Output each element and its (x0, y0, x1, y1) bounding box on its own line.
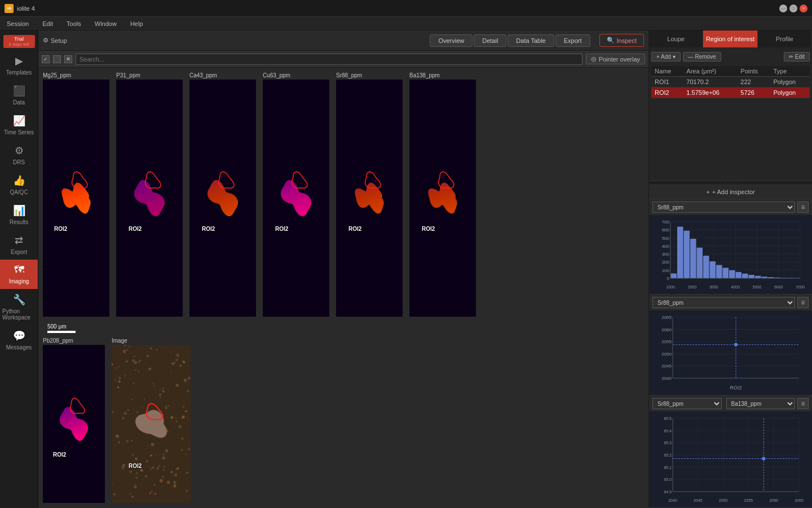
add-inspector-button[interactable]: + + Add inspector (649, 185, 812, 199)
heatmap-label-mg25: Mg25_ppm (43, 72, 71, 78)
search-input[interactable] (76, 54, 582, 65)
setup-icon: ⚙ (43, 37, 48, 44)
roi1-type: Polygon (770, 77, 810, 87)
inspector-scatter2: Sr88_ppm Ba138_ppm ≡ (649, 396, 812, 508)
inspector-scatter1-menu[interactable]: ≡ (797, 297, 809, 308)
trial-badge: Trial 9 days left (3, 35, 35, 48)
tab-datatable[interactable]: Data Table (508, 34, 554, 47)
sidebar-item-templates[interactable]: ▶ Templates (0, 50, 38, 80)
tab-overview[interactable]: Overview (430, 34, 473, 47)
setup-button[interactable]: ⚙ Setup (43, 37, 67, 44)
sidebar-item-data[interactable]: ⬛ Data (0, 80, 38, 110)
sidebar-label-results: Results (10, 219, 28, 225)
searchbar: ✓ ✕ ◎ Pointer overlay (38, 51, 648, 68)
heatmap-label-cu63: Cu63_ppm (263, 72, 290, 78)
heatmap-label-ca43: Ca43_ppm (189, 72, 217, 78)
heatmap-ba138[interactable]: Ba138_ppm ROI2 (409, 72, 476, 317)
image-grid[interactable]: Mg25_ppm ROI2 P31_ppm ROI2 Ca43_ (38, 68, 648, 508)
sidebar-item-qaqc[interactable]: 👍 QA/QC (0, 170, 38, 200)
heatmap-canvas-ba138 (409, 80, 476, 317)
sidebar: Trial 9 days left ▶ Templates ⬛ Data 📈 T… (0, 30, 38, 508)
tab-export[interactable]: Export (555, 34, 590, 47)
toolbar-tabs: Overview Detail Data Table Export (430, 34, 590, 47)
right-panel: Loupe Region of interest Profile + Add ▾… (648, 30, 812, 508)
menu-help[interactable]: Help (128, 19, 145, 28)
pointer-icon: ◎ (591, 55, 597, 63)
inspector-scatter2-channel-y[interactable]: Ba138_ppm (726, 398, 796, 409)
roi2-type: Polygon (770, 87, 810, 98)
table-row[interactable]: ROI1 70170.2 222 Polygon (651, 77, 810, 87)
heatmap-p31[interactable]: P31_ppm ROI2 (116, 72, 183, 317)
select-all-checkbox[interactable]: ✓ (42, 55, 50, 63)
inspector-divider[interactable] (649, 181, 812, 185)
heatmap-label-sr88: Sr88_ppm (336, 72, 362, 78)
timeseries-icon: 📈 (13, 115, 25, 127)
qaqc-icon: 👍 (13, 174, 25, 187)
inspector-histogram-channel[interactable]: Sr88_ppm (652, 202, 795, 213)
inspect-tabs: Loupe Region of interest Profile (649, 30, 812, 47)
edit-roi-button[interactable]: ✏ Edit (784, 52, 810, 62)
tab-detail[interactable]: Detail (474, 34, 506, 47)
roi-label-ca43: ROI2 (202, 226, 215, 232)
scale-label: 500 μm (47, 323, 644, 330)
heatmap-canvas-image (112, 345, 191, 503)
inspector-scatter1: Sr88_ppm ≡ (649, 295, 812, 396)
sidebar-item-export[interactable]: ⇄ Export (0, 230, 38, 260)
sidebar-item-drs[interactable]: ⚙ DRS (0, 140, 38, 170)
remove-roi-button[interactable]: — Remove (683, 52, 721, 62)
heatmap-pb208[interactable]: Pb208_ppm ROI2 (43, 338, 105, 503)
sidebar-item-timeseries[interactable]: 📈 Time Series (0, 110, 38, 140)
inspect-button[interactable]: 🔍 Inspect (599, 34, 644, 47)
heatmap-label-image: Image (112, 338, 127, 344)
menu-edit[interactable]: Edit (40, 19, 55, 28)
export-icon: ⇄ (15, 234, 23, 247)
plus-icon: + (706, 189, 709, 195)
heatmap-image[interactable]: Image ROI2 (112, 338, 191, 503)
sidebar-item-imaging[interactable]: 🗺 Imaging (0, 260, 38, 289)
heatmap-ca43[interactable]: Ca43_ppm ROI2 (189, 72, 256, 317)
inspector-histogram-menu[interactable]: ≡ (797, 202, 809, 213)
close-button[interactable]: × (800, 5, 807, 12)
roi-label-p31: ROI2 (129, 226, 142, 232)
sidebar-item-python[interactable]: 🔧 Python Workspace (0, 289, 38, 325)
app-icon: i4 (5, 4, 14, 13)
sidebar-label-qaqc: QA/QC (10, 189, 28, 195)
maximize-button[interactable]: □ (789, 5, 797, 12)
sidebar-item-messages[interactable]: 💬 Messages (0, 325, 38, 355)
messages-icon: 💬 (13, 330, 25, 342)
view-toggle[interactable] (53, 55, 61, 63)
tab-roi[interactable]: Region of interest (703, 30, 757, 47)
heatmap-canvas-ca43 (189, 80, 256, 317)
table-row[interactable]: ROI2 1.5759e+06 5726 Polygon (651, 87, 810, 98)
menu-session[interactable]: Session (5, 19, 31, 28)
heatmap-cu63[interactable]: Cu63_ppm ROI2 (263, 72, 329, 317)
histogram-chart (652, 217, 805, 291)
inspector-scatter1-channel[interactable]: Sr88_ppm (652, 297, 795, 308)
sidebar-label-drs: DRS (13, 159, 25, 165)
sidebar-label-imaging: Imaging (9, 278, 29, 284)
tab-loupe[interactable]: Loupe (649, 30, 703, 47)
minimize-button[interactable]: — (779, 5, 787, 12)
sidebar-label-export: Export (11, 249, 27, 255)
image-row-2: Pb208_ppm ROI2 Image ROI2 (43, 338, 644, 503)
menu-window[interactable]: Window (92, 19, 119, 28)
templates-icon: ▶ (15, 55, 23, 67)
sidebar-item-results[interactable]: 📊 Results (0, 200, 38, 230)
menu-tools[interactable]: Tools (64, 19, 83, 28)
inspector-scatter2-menu[interactable]: ≡ (797, 398, 809, 409)
tab-profile[interactable]: Profile (758, 30, 812, 47)
heatmap-canvas-sr88 (336, 80, 403, 317)
heatmap-sr88[interactable]: Sr88_ppm ROI2 (336, 72, 403, 317)
heatmap-canvas-pb208 (43, 345, 105, 503)
heatmap-mg25[interactable]: Mg25_ppm ROI2 (43, 72, 109, 317)
inspector-scatter2-channel-x[interactable]: Sr88_ppm (652, 398, 722, 409)
app-title: iolite 4 (17, 5, 779, 12)
add-inspector-label: + Add inspector (712, 189, 755, 195)
scatter2-chart (652, 414, 805, 504)
add-roi-button[interactable]: + Add ▾ (651, 52, 681, 62)
pointer-overlay-button[interactable]: ◎ Pointer overlay (586, 54, 645, 64)
col-points: Points (737, 66, 770, 77)
inspector-scatter1-header: Sr88_ppm ≡ (649, 295, 812, 310)
drs-icon: ⚙ (15, 144, 24, 157)
clear-button[interactable]: ✕ (64, 55, 72, 63)
